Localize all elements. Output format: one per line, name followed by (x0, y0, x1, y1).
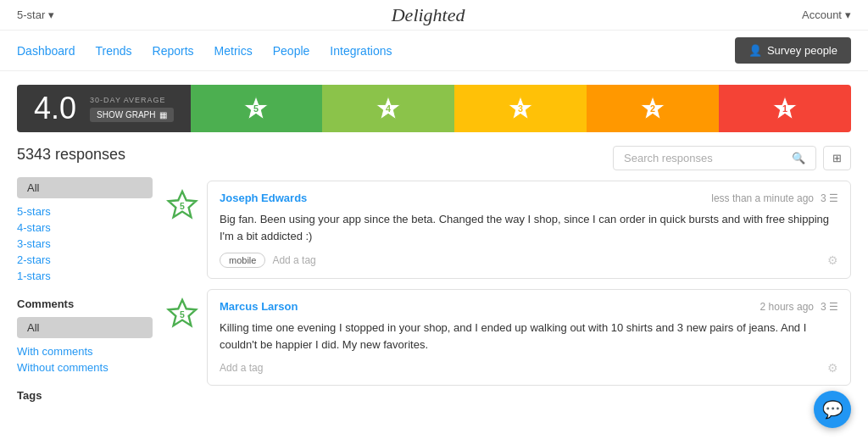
card-footer: mobile Add a tag ⚙ (220, 253, 838, 268)
star-bar-2[interactable]: 2 (587, 85, 719, 132)
card-header: Joseph Edwards less than a minute ago 3 … (220, 192, 838, 204)
logo: Delighted (392, 4, 465, 26)
gear-icon[interactable]: ⚙ (827, 361, 838, 375)
filter-dropdown[interactable]: 5-star ▾ (17, 8, 54, 21)
search-box: 🔍 (613, 146, 816, 170)
svg-text:5: 5 (180, 202, 185, 211)
account-dropdown[interactable]: Account ▾ (802, 8, 851, 21)
menu-count[interactable]: 3 ☰ (821, 192, 838, 204)
star-badge-5: 5 (166, 298, 198, 330)
grid-view-button[interactable]: ⊞ (823, 146, 851, 170)
star-badge-5: 5 (166, 189, 198, 221)
nav-links: Dashboard Trends Reports Metrics People … (17, 44, 392, 58)
add-tag[interactable]: Add a tag (220, 362, 263, 374)
filter-without-comments[interactable]: Without comments (17, 359, 153, 375)
response-body: Big fan. Been using your app since the b… (220, 211, 838, 244)
sidebar: 5343 responses All 5-stars 4-stars 3-sta… (17, 146, 153, 415)
star-bar-5[interactable]: 5 (191, 85, 323, 132)
response-time: 2 hours ago (760, 301, 814, 313)
svg-text:4: 4 (386, 103, 391, 114)
nav-dashboard[interactable]: Dashboard (17, 44, 75, 58)
response-time: less than a minute ago (711, 192, 814, 204)
svg-text:5: 5 (253, 103, 259, 114)
card-meta: less than a minute ago 3 ☰ (711, 192, 838, 204)
chat-icon: 💬 (822, 399, 843, 415)
score-left: 4.0 30-DAY AVERAGE SHOW GRAPH ▦ (17, 85, 191, 132)
nav-trends[interactable]: Trends (96, 44, 132, 58)
nav-integrations[interactable]: Integrations (330, 44, 392, 58)
search-icon: 🔍 (792, 152, 805, 164)
star-bar-4[interactable]: 4 (322, 85, 454, 132)
filter-all[interactable]: All (17, 177, 153, 198)
response-card: Joseph Edwards less than a minute ago 3 … (207, 181, 851, 279)
tags-heading: Tags (17, 389, 153, 402)
svg-text:1: 1 (782, 103, 787, 114)
survey-people-button[interactable]: 👤 Survey people (735, 37, 851, 64)
bar-chart-icon: ▦ (159, 110, 167, 120)
tag-pill[interactable]: mobile (220, 253, 265, 268)
nav-metrics[interactable]: Metrics (214, 44, 253, 58)
response-body: Killing time one evening I stopped in yo… (220, 320, 838, 353)
comments-all[interactable]: All (17, 317, 153, 338)
star-bar-1[interactable]: 1 (719, 85, 851, 132)
svg-text:5: 5 (180, 310, 185, 320)
gear-icon[interactable]: ⚙ (827, 253, 838, 267)
chevron-down-icon: ▾ (845, 8, 851, 21)
score-area: 4.0 30-DAY AVERAGE SHOW GRAPH ▦ 5 (17, 85, 851, 132)
score-number: 4.0 (34, 91, 76, 126)
svg-text:3: 3 (518, 103, 523, 114)
person-add-icon: 👤 (748, 44, 762, 57)
card-meta: 2 hours ago 3 ☰ (760, 301, 838, 313)
response-row: 5 Marcus Larson 2 hours ago 3 ☰ Killing … (166, 289, 851, 386)
comments-heading: Comments (17, 298, 153, 310)
star-bars: 5 4 3 2 (191, 85, 852, 132)
comments-section: Comments All With comments Without comme… (17, 298, 153, 375)
main-content: 5343 responses All 5-stars 4-stars 3-sta… (0, 146, 868, 415)
filter-label: 5-star (17, 8, 45, 21)
card-footer: Add a tag ⚙ (220, 361, 838, 375)
svg-text:2: 2 (650, 103, 655, 114)
feed-area: 🔍 ⊞ 5 Joseph Edwards (166, 146, 851, 415)
tags-section: Tags (17, 389, 153, 402)
grid-icon: ⊞ (832, 152, 842, 164)
show-graph-button[interactable]: SHOW GRAPH ▦ (90, 108, 173, 122)
filter-4stars[interactable]: 4-stars (17, 220, 153, 236)
response-card: Marcus Larson 2 hours ago 3 ☰ Killing ti… (207, 289, 851, 386)
top-bar: 5-star ▾ Delighted Account ▾ (0, 0, 868, 31)
response-count: 5343 responses (17, 146, 153, 164)
menu-count[interactable]: 3 ☰ (821, 301, 838, 313)
chevron-down-icon: ▾ (48, 8, 54, 21)
response-name[interactable]: Marcus Larson (220, 300, 298, 313)
nav-reports[interactable]: Reports (153, 44, 194, 58)
response-name[interactable]: Joseph Edwards (220, 192, 307, 204)
nav-bar: Dashboard Trends Reports Metrics People … (0, 31, 868, 71)
filter-with-comments[interactable]: With comments (17, 343, 153, 359)
account-label: Account (802, 8, 842, 21)
filter-1stars[interactable]: 1-stars (17, 268, 153, 284)
response-row: 5 Joseph Edwards less than a minute ago … (166, 181, 851, 279)
card-header: Marcus Larson 2 hours ago 3 ☰ (220, 300, 838, 313)
filter-section: All 5-stars 4-stars 3-stars 2-stars 1-st… (17, 177, 153, 284)
filter-3stars[interactable]: 3-stars (17, 236, 153, 252)
feed-header: 🔍 ⊞ (166, 146, 851, 170)
filter-2stars[interactable]: 2-stars (17, 252, 153, 268)
search-input[interactable] (624, 152, 792, 164)
add-tag[interactable]: Add a tag (272, 254, 315, 266)
filter-5stars[interactable]: 5-stars (17, 203, 153, 220)
nav-people[interactable]: People (273, 44, 310, 58)
star-bar-3[interactable]: 3 (454, 85, 587, 132)
score-label: 30-DAY AVERAGE (90, 96, 173, 104)
